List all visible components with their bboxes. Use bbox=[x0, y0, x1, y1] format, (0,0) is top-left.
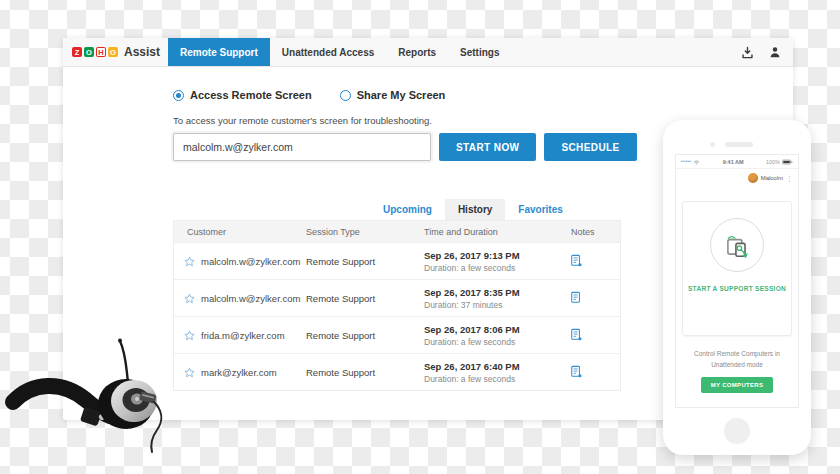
favorite-star-icon[interactable] bbox=[184, 330, 195, 341]
notes-icon[interactable] bbox=[571, 365, 582, 378]
logo-tile-o2: O bbox=[108, 47, 118, 57]
wifi-icon bbox=[693, 159, 700, 165]
nav-tab-remote-support[interactable]: Remote Support bbox=[168, 38, 270, 66]
logo-tile-o1: O bbox=[84, 47, 94, 57]
radio-share-my-screen[interactable]: Share My Screen bbox=[340, 89, 446, 101]
session-time: Sep 26, 2017 8:35 PM bbox=[424, 287, 558, 298]
table-row: mark@zylker.com Remote Support Sep 26, 2… bbox=[174, 353, 620, 390]
table-header-row: Customer Session Type Time and Duration … bbox=[174, 221, 620, 242]
customer-email: mark@zylker.com bbox=[201, 367, 277, 378]
nav-tab-unattended-access[interactable]: Unattended Access bbox=[270, 38, 386, 66]
zoho-assist-logo: Z O H O Assist bbox=[72, 38, 160, 66]
start-support-session-card[interactable]: START A SUPPORT SESSION bbox=[682, 201, 792, 336]
favorite-star-icon[interactable] bbox=[184, 293, 195, 304]
favorite-star-icon[interactable] bbox=[184, 256, 195, 267]
favorite-star-icon[interactable] bbox=[184, 367, 195, 378]
customer-email-input[interactable] bbox=[173, 133, 431, 161]
session-type: Remote Support bbox=[293, 256, 411, 267]
column-header-session-type: Session Type bbox=[293, 227, 411, 237]
notes-icon[interactable] bbox=[571, 328, 582, 341]
column-header-customer: Customer bbox=[174, 227, 293, 237]
column-header-time-duration: Time and Duration bbox=[411, 227, 558, 237]
overflow-menu-icon[interactable]: ⋮ bbox=[786, 175, 793, 182]
session-time: Sep 26, 2017 8:06 PM bbox=[424, 324, 558, 335]
battery-percent: 100% bbox=[766, 159, 780, 165]
remote-devices-icon bbox=[722, 230, 752, 260]
radio-label: Access Remote Screen bbox=[190, 89, 312, 101]
session-duration: Duration: a few seconds bbox=[424, 374, 558, 384]
session-duration: Duration: a few seconds bbox=[424, 263, 558, 273]
column-header-notes: Notes bbox=[558, 227, 620, 237]
phone-home-button[interactable] bbox=[724, 418, 750, 444]
my-computers-button[interactable]: MY COMPUTERS bbox=[701, 377, 774, 393]
session-time: Sep 26, 2017 6:40 PM bbox=[424, 361, 558, 372]
radio-access-remote-screen[interactable]: Access Remote Screen bbox=[173, 89, 312, 101]
table-row: malcolm.w@zylker.com Remote Support Sep … bbox=[174, 242, 620, 279]
session-history-table: Customer Session Type Time and Duration … bbox=[173, 220, 621, 391]
logo-tile-z: Z bbox=[72, 47, 82, 57]
nav-tab-reports[interactable]: Reports bbox=[386, 38, 448, 66]
table-row: frida.m@zylker.com Remote Support Sep 26… bbox=[174, 316, 620, 353]
logo-tile-h: H bbox=[96, 47, 106, 57]
customer-email: frida.m@zylker.com bbox=[201, 330, 285, 341]
mobile-phone-mockup: ••••• 9:41 AM 100% bbox=[663, 120, 811, 455]
session-type: Remote Support bbox=[293, 330, 411, 341]
brand-name: Assist bbox=[124, 45, 160, 59]
radio-unselected-icon[interactable] bbox=[340, 90, 351, 101]
customer-email: malcolm.w@zylker.com bbox=[201, 256, 300, 267]
session-time: Sep 26, 2017 9:13 PM bbox=[424, 250, 558, 261]
nav-tab-settings[interactable]: Settings bbox=[448, 38, 511, 66]
tab-upcoming[interactable]: Upcoming bbox=[370, 199, 445, 220]
user-icon[interactable] bbox=[769, 46, 781, 58]
tab-favorites[interactable]: Favorites bbox=[505, 199, 575, 220]
phone-camera-dot bbox=[710, 142, 715, 147]
start-support-session-label: START A SUPPORT SESSION bbox=[688, 285, 786, 292]
top-navbar: Z O H O Assist Remote Support Unattended… bbox=[63, 38, 793, 67]
transparent-checkerboard-background: Z O H O Assist Remote Support Unattended… bbox=[0, 0, 840, 474]
battery-icon bbox=[782, 159, 793, 165]
session-duration: Duration: a few seconds bbox=[424, 337, 558, 347]
download-icon[interactable] bbox=[741, 46, 754, 59]
phone-status-bar: ••••• 9:41 AM 100% bbox=[676, 155, 798, 169]
start-now-button[interactable]: START NOW bbox=[439, 133, 536, 161]
avatar[interactable] bbox=[748, 173, 758, 183]
radio-selected-icon[interactable] bbox=[173, 90, 184, 101]
primary-navigation: Remote Support Unattended Access Reports… bbox=[168, 38, 511, 66]
unattended-mode-text: Control Remote Computers in Unattended m… bbox=[676, 348, 798, 370]
phone-speaker-bar bbox=[725, 142, 753, 147]
remote-devices-icon-circle bbox=[710, 218, 764, 272]
mobile-app-header: Malcolm ⋮ bbox=[676, 169, 798, 187]
session-mode-radios: Access Remote Screen Share My Screen bbox=[173, 89, 793, 101]
tab-history[interactable]: History bbox=[445, 199, 505, 220]
notes-icon[interactable] bbox=[571, 254, 582, 267]
radio-label: Share My Screen bbox=[357, 89, 446, 101]
notes-icon[interactable] bbox=[571, 291, 582, 304]
customer-email: malcolm.w@zylker.com bbox=[201, 293, 300, 304]
navbar-actions bbox=[741, 38, 781, 66]
table-row: malcolm.w@zylker.com Remote Support Sep … bbox=[174, 279, 620, 316]
status-time: 9:41 AM bbox=[723, 159, 744, 165]
account-name: Malcolm bbox=[761, 175, 783, 181]
session-type: Remote Support bbox=[293, 293, 411, 304]
schedule-button[interactable]: SCHEDULE bbox=[544, 133, 636, 161]
phone-screen: ••••• 9:41 AM 100% bbox=[675, 154, 799, 408]
session-duration: Duration: 37 minutes bbox=[424, 300, 558, 310]
carrier-signal-dots: ••••• bbox=[681, 159, 691, 164]
session-type: Remote Support bbox=[293, 367, 411, 378]
